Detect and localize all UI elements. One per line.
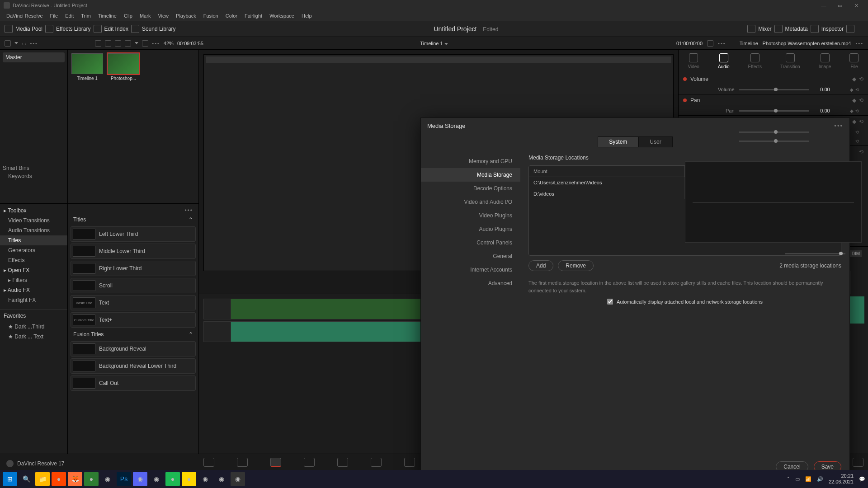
page-cut[interactable]: [237, 458, 248, 467]
page-color[interactable]: [337, 458, 348, 467]
mixer-toggle[interactable]: Mixer: [747, 25, 771, 33]
menu-fairlight[interactable]: Fairlight: [241, 13, 266, 19]
more-icon[interactable]: •••: [30, 41, 38, 46]
side-video-audio-io[interactable]: Video and Audio I/O: [421, 195, 520, 209]
expand-icon[interactable]: [846, 25, 854, 33]
taskbar-app4[interactable]: ●: [182, 472, 196, 486]
edit-index-toggle[interactable]: Edit Index: [94, 25, 128, 33]
sound-library-toggle[interactable]: Sound Library: [131, 25, 176, 33]
titles-section-head[interactable]: Titles⌃: [71, 215, 196, 225]
side-memory-gpu[interactable]: Memory and GPU: [421, 155, 520, 168]
reset-icon[interactable]: ⟲: [855, 130, 859, 135]
inspector-more-icon[interactable]: •••: [855, 41, 863, 46]
insp-tab-image[interactable]: Image: [819, 53, 831, 69]
clip-photoshop[interactable]: Photoshop...: [108, 53, 139, 81]
page-deliver[interactable]: [404, 458, 415, 467]
reset-icon[interactable]: ⟲: [855, 139, 859, 144]
tray-chevron-icon[interactable]: ˄: [787, 476, 790, 482]
menu-edit[interactable]: Edit: [61, 13, 77, 19]
menu-mark[interactable]: Mark: [136, 13, 154, 19]
keyframe-icon[interactable]: ◆: [852, 97, 856, 103]
taskbar-chrome[interactable]: ◉: [100, 472, 115, 486]
menu-file[interactable]: File: [47, 13, 62, 19]
title-text[interactable]: Basic TitleText: [71, 295, 196, 310]
menu-view[interactable]: View: [154, 13, 172, 19]
taskbar-explorer[interactable]: 📁: [35, 472, 50, 486]
auto-display-checkbox[interactable]: Automatically display attached local and…: [528, 299, 841, 305]
fav-1[interactable]: ★ Dark ...Third: [0, 322, 67, 332]
title-right-lower-third[interactable]: Right Lower Third: [71, 261, 196, 276]
enable-dot[interactable]: [683, 99, 687, 102]
search-icon[interactable]: [125, 40, 131, 47]
fusion-call-out[interactable]: Call Out: [71, 375, 196, 391]
project-settings-button[interactable]: [853, 458, 863, 467]
taskbar-search[interactable]: 🔍: [19, 472, 33, 486]
cat-openfx[interactable]: ▸ Open FX: [0, 265, 67, 275]
taskbar-app6[interactable]: ◉: [214, 472, 229, 486]
bypass-icon[interactable]: [707, 40, 713, 47]
cat-filters[interactable]: ▸ Filters: [0, 275, 67, 285]
tray-wifi-icon[interactable]: 📶: [805, 476, 811, 482]
insp-tab-transition[interactable]: Transition: [780, 53, 800, 69]
tab-user[interactable]: User: [638, 136, 672, 147]
clip-timeline1[interactable]: Timeline 1: [71, 53, 103, 81]
side-video-plugins[interactable]: Video Plugins: [421, 209, 520, 222]
volume-slider[interactable]: [739, 89, 809, 90]
pan-value[interactable]: 0.00: [814, 108, 836, 113]
cat-audiofx[interactable]: ▸ Audio FX: [0, 285, 67, 295]
enable-dot[interactable]: [683, 77, 687, 81]
side-media-storage[interactable]: Media Storage: [421, 168, 520, 182]
taskbar-app2[interactable]: ●: [84, 472, 99, 486]
cat-fairlightfx[interactable]: Fairlight FX: [0, 295, 67, 305]
title-scroll[interactable]: Scroll: [71, 278, 196, 293]
modal-more-icon[interactable]: •••: [834, 122, 843, 129]
tray-battery-icon[interactable]: ▭: [795, 476, 800, 482]
menu-clip[interactable]: Clip: [120, 13, 136, 19]
reset-icon[interactable]: ⟲: [855, 108, 859, 113]
page-media[interactable]: [203, 458, 214, 467]
title-text-plus[interactable]: Custom TitleText+: [71, 312, 196, 328]
menu-color[interactable]: Color: [222, 13, 241, 19]
cat-audio-transitions[interactable]: Audio Transitions: [0, 225, 67, 235]
bin-view-icon[interactable]: [5, 40, 11, 47]
cat-generators[interactable]: Generators: [0, 245, 67, 255]
volume-value[interactable]: 0.00: [814, 87, 836, 92]
tray-clock[interactable]: 20:21 22.06.2021: [829, 473, 854, 485]
reset-icon[interactable]: ⟲: [859, 118, 863, 125]
close-button[interactable]: ✕: [848, 3, 864, 9]
fusion-bg-reveal-lower[interactable]: Background Reveal Lower Third: [71, 358, 196, 374]
taskbar-app1[interactable]: ●: [52, 472, 66, 486]
cat-effects[interactable]: Effects: [0, 255, 67, 265]
page-edit[interactable]: [270, 458, 281, 467]
chevron-down-icon[interactable]: [14, 42, 18, 44]
taskbar-resolve[interactable]: ◉: [231, 472, 245, 486]
semitones-slider[interactable]: [739, 131, 809, 133]
insp-tab-file[interactable]: File: [849, 53, 859, 69]
grid-view-icon[interactable]: [105, 40, 111, 47]
eq-graph[interactable]: [685, 161, 862, 243]
insp-tab-audio[interactable]: Audio: [718, 53, 730, 69]
tray-volume-icon[interactable]: 🔊: [817, 476, 823, 482]
taskbar-steam[interactable]: ◉: [149, 472, 164, 486]
start-button[interactable]: ⊞: [3, 472, 17, 486]
sort-icon[interactable]: [142, 40, 148, 47]
list-view-icon[interactable]: [115, 40, 121, 47]
remove-button[interactable]: Remove: [558, 260, 594, 271]
add-button[interactable]: Add: [528, 260, 553, 271]
fusion-titles-head[interactable]: Fusion Titles⌃: [71, 329, 196, 339]
viewer-more-icon[interactable]: •••: [718, 41, 726, 46]
menu-trim[interactable]: Trim: [77, 13, 94, 19]
side-decode-options[interactable]: Decode Options: [421, 182, 520, 195]
smart-bin-keywords[interactable]: Keywords: [3, 171, 65, 181]
sort-chevron-icon[interactable]: [135, 42, 138, 44]
side-general[interactable]: General: [421, 249, 520, 263]
reset-icon[interactable]: ⟲: [859, 97, 863, 103]
bin-master[interactable]: Master: [3, 52, 65, 62]
cat-toolbox[interactable]: ▸ Toolbox: [0, 206, 67, 216]
title-middle-lower-third[interactable]: Middle Lower Third: [71, 244, 196, 259]
keyframe-icon[interactable]: ◆: [852, 118, 856, 125]
reset-icon[interactable]: ⟲: [859, 149, 863, 155]
page-fairlight[interactable]: [371, 458, 382, 467]
cents-slider[interactable]: [739, 141, 809, 142]
minimize-button[interactable]: —: [816, 3, 832, 8]
